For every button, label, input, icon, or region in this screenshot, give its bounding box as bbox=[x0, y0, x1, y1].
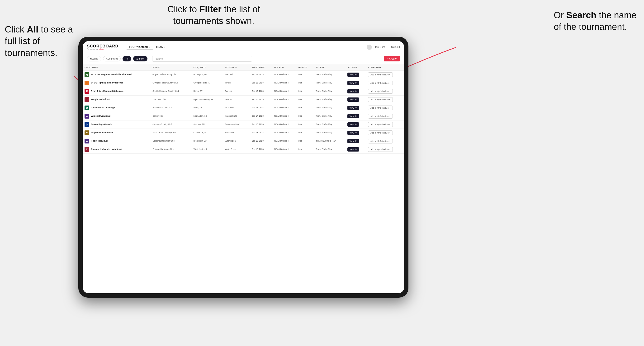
cell-division: NCAA Division I bbox=[272, 137, 296, 145]
add-to-schedule-button[interactable]: Add to My Schedule + bbox=[368, 89, 392, 94]
filter-hosting[interactable]: Hosting bbox=[87, 56, 101, 61]
cell-event-name: V Valpo Fall Invitational bbox=[83, 129, 150, 137]
cell-city-state: Berlin, CT bbox=[192, 87, 223, 96]
filter-competing[interactable]: Competing bbox=[103, 56, 121, 61]
search-input[interactable] bbox=[152, 56, 252, 62]
table-row: G Grover Page Classic Jackson Country Cl… bbox=[83, 121, 404, 129]
col-city-state: CITY, STATE bbox=[192, 64, 223, 71]
team-logo: F bbox=[84, 89, 89, 94]
add-to-schedule-button[interactable]: Add to My Schedule + bbox=[368, 106, 392, 110]
app-header: SCOREBOARD Powered by clippd TOURNAMENTS… bbox=[83, 41, 404, 53]
add-to-schedule-button[interactable]: Add to My Schedule + bbox=[368, 139, 392, 144]
add-to-schedule-button[interactable]: Add to My Schedule + bbox=[368, 72, 392, 77]
view-button[interactable]: View 👁 bbox=[348, 114, 359, 118]
cell-competing: Add to My Schedule + bbox=[366, 145, 404, 154]
add-to-schedule-button[interactable]: Add to My Schedule + bbox=[368, 114, 392, 119]
view-button[interactable]: View 👁 bbox=[348, 139, 359, 143]
table-body: M 2023 Joe Feaganes Marshall Invitationa… bbox=[83, 71, 404, 154]
event-name-text: Upstate Dual Challenge bbox=[91, 107, 115, 109]
annotation-left: Click All to see a full list of tourname… bbox=[5, 24, 81, 59]
cell-start-date: Sep 16, 2023 bbox=[250, 96, 272, 104]
cell-hosted-by: Le Moyne bbox=[223, 104, 250, 112]
add-to-schedule-button[interactable]: Add to My Schedule + bbox=[368, 97, 392, 102]
table-row: M 2023 Joe Feaganes Marshall Invitationa… bbox=[83, 71, 404, 79]
cell-event-name: G Grover Page Classic bbox=[83, 121, 150, 129]
add-to-schedule-button[interactable]: Add to My Schedule + bbox=[368, 130, 392, 135]
table-row: C Chicago Highlands Invitational Chicago… bbox=[83, 145, 404, 154]
cell-venue: Guyan Golf & Country Club bbox=[150, 71, 192, 79]
event-name-text: Ryan T. Lee Memorial Collegiate bbox=[91, 90, 124, 93]
event-name-text: 2023 Joe Feaganes Marshall Invitational bbox=[91, 73, 132, 76]
col-start-date: START DATE bbox=[250, 64, 272, 71]
nav-teams[interactable]: TEAMS bbox=[154, 44, 168, 50]
view-button[interactable]: View 👁 bbox=[348, 73, 359, 77]
nav-tournaments[interactable]: TOURNAMENTS bbox=[126, 44, 153, 50]
view-button[interactable]: View 👁 bbox=[348, 81, 359, 85]
eye-icon: 👁 bbox=[355, 107, 357, 109]
cell-competing: Add to My Schedule + bbox=[366, 121, 404, 129]
event-name-text: OFCC Fighting Illini Invitational bbox=[91, 82, 123, 84]
view-button[interactable]: View 👁 bbox=[348, 97, 359, 102]
cell-city-state: Bremerton, WA bbox=[192, 137, 223, 145]
create-button[interactable]: + Create bbox=[384, 56, 400, 61]
cell-city-state: Victor, NY bbox=[192, 104, 223, 112]
cell-actions: View 👁 bbox=[346, 71, 366, 79]
cell-hosted-by: Valparaiso bbox=[223, 129, 250, 137]
cell-event-name: W Wildcat Invitational bbox=[83, 112, 150, 121]
cell-event-name: T Temple Invitational bbox=[83, 96, 150, 104]
table-row: T Temple Invitational The 1912 Club Plym… bbox=[83, 96, 404, 104]
cell-hosted-by: Illinois bbox=[223, 79, 250, 87]
header-divider: | bbox=[388, 46, 388, 48]
col-event-name: EVENT NAME bbox=[83, 64, 150, 71]
user-name: Test User bbox=[375, 46, 385, 48]
cell-gender: Men bbox=[296, 145, 314, 154]
add-to-schedule-button[interactable]: Add to My Schedule + bbox=[368, 147, 392, 152]
cell-venue: Chicago Highlands Club bbox=[150, 145, 192, 154]
sign-out-link[interactable]: Sign out bbox=[391, 46, 400, 48]
cell-division: NCAA Division I bbox=[272, 71, 296, 79]
view-button[interactable]: View 👁 bbox=[348, 122, 359, 127]
cell-city-state: Westchester, IL bbox=[192, 145, 223, 154]
event-name-text: Grover Page Classic bbox=[91, 123, 112, 126]
team-logo: W bbox=[84, 114, 89, 119]
cell-venue: Ravenwood Golf Club bbox=[150, 104, 192, 112]
cell-start-date: Sep 18, 2023 bbox=[250, 129, 272, 137]
eye-icon: 👁 bbox=[355, 115, 357, 117]
cell-city-state: Jackson, TN bbox=[192, 121, 223, 129]
add-to-schedule-button[interactable]: Add to My Schedule + bbox=[368, 81, 392, 85]
filter-button[interactable]: ☰ Filter bbox=[133, 56, 148, 61]
add-to-schedule-button[interactable]: Add to My Schedule + bbox=[368, 122, 392, 127]
view-button[interactable]: View 👁 bbox=[348, 131, 359, 135]
logo-title: SCOREBOARD bbox=[87, 44, 118, 48]
team-logo: M bbox=[84, 72, 89, 77]
search-box bbox=[152, 56, 252, 62]
cell-scoring: Individual, Stroke Play bbox=[314, 137, 346, 145]
team-logo: T bbox=[84, 97, 89, 102]
cell-hosted-by: Wake Forest bbox=[223, 145, 250, 154]
table-row: U Upstate Dual Challenge Ravenwood Golf … bbox=[83, 104, 404, 112]
eye-icon: 👁 bbox=[355, 123, 357, 126]
cell-scoring: Team, Stroke Play bbox=[314, 112, 346, 121]
cell-division: NCAA Division I bbox=[272, 104, 296, 112]
view-button[interactable]: View 👁 bbox=[348, 106, 359, 110]
eye-icon: 👁 bbox=[355, 132, 357, 134]
cell-gender: Men bbox=[296, 79, 314, 87]
cell-venue: Gold Mountain Golf Club bbox=[150, 137, 192, 145]
cell-venue: Sand Creek Country Club bbox=[150, 129, 192, 137]
cell-venue: Jackson Country Club bbox=[150, 121, 192, 129]
cell-actions: View 👁 bbox=[346, 79, 366, 87]
cell-hosted-by: Marshall bbox=[223, 71, 250, 79]
cell-event-name: C Chicago Highlands Invitational bbox=[83, 145, 150, 154]
event-name-text: Valpo Fall Invitational bbox=[91, 131, 113, 134]
cell-competing: Add to My Schedule + bbox=[366, 129, 404, 137]
team-logo: W bbox=[84, 139, 89, 144]
tablet-screen: SCOREBOARD Powered by clippd TOURNAMENTS… bbox=[83, 41, 404, 293]
cell-start-date: Sep 16, 2023 bbox=[250, 104, 272, 112]
col-gender: GENDER bbox=[296, 64, 314, 71]
cell-venue: The 1912 Club bbox=[150, 96, 192, 104]
filter-all[interactable]: All bbox=[122, 56, 131, 61]
view-button[interactable]: View 👁 bbox=[348, 147, 359, 152]
cell-scoring: Team, Stroke Play bbox=[314, 104, 346, 112]
cell-event-name: W Husky Individual bbox=[83, 137, 150, 145]
view-button[interactable]: View 👁 bbox=[348, 89, 359, 93]
